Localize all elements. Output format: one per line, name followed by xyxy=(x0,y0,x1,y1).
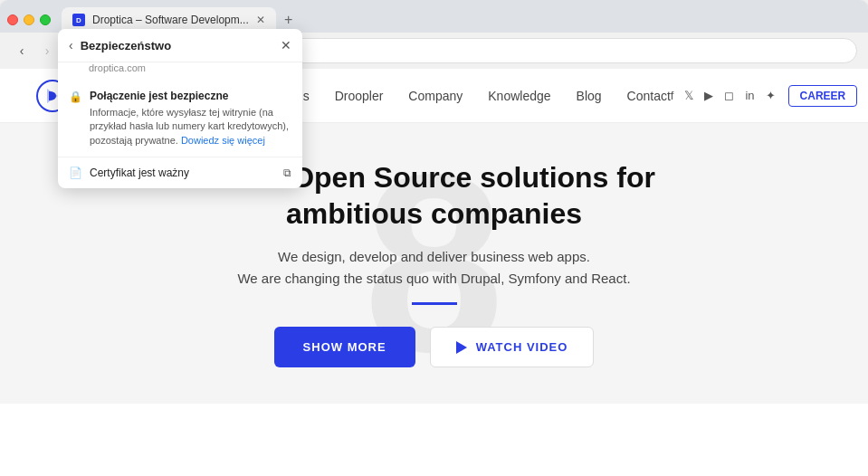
maximize-button[interactable] xyxy=(40,14,51,25)
play-icon xyxy=(456,341,467,354)
dribbble-icon[interactable]: ✦ xyxy=(766,89,776,102)
instagram-icon[interactable]: ◻ xyxy=(724,89,734,102)
nav-contact[interactable]: Contact xyxy=(627,89,671,103)
twitter-icon[interactable]: 𝕏 xyxy=(684,89,693,102)
traffic-lights xyxy=(7,14,51,25)
popup-cert-icon: 📄 xyxy=(69,167,82,179)
popup-url: droptica.com xyxy=(58,62,302,81)
popup-secure-section: 🔒 Połączenie jest bezpieczne Informacje,… xyxy=(58,81,302,157)
tab-favicon: D xyxy=(72,14,85,26)
nav-blog[interactable]: Blog xyxy=(577,89,602,103)
show-more-button[interactable]: SHOW MORE xyxy=(274,327,415,367)
nav-company[interactable]: Company xyxy=(408,89,463,103)
popup-secure-title: Połączenie jest bezpieczne xyxy=(90,90,291,102)
linkedin-icon[interactable]: in xyxy=(745,89,754,102)
popup-title: Bezpieczeństwo xyxy=(81,39,281,52)
facebook-icon[interactable]: f xyxy=(671,89,674,102)
popup-learn-more-link[interactable]: Dowiedz się więcej xyxy=(181,135,265,146)
social-icons: f 𝕏 ▶ ◻ in ✦ xyxy=(671,89,776,102)
minimize-button[interactable] xyxy=(24,14,34,25)
popup-back-button[interactable]: ‹ xyxy=(69,38,73,52)
popup-secure-desc: Informacje, które wysyłasz tej witrynie … xyxy=(90,106,291,148)
site-nav-right: f 𝕏 ▶ ◻ in ✦ CAREER EN ▾ xyxy=(671,85,868,107)
popup-header: ‹ Bezpieczeństwo ✕ xyxy=(58,29,302,62)
popup-close-button[interactable]: ✕ xyxy=(281,38,291,52)
popup-cert-row: 📄 Certyfikat jest ważny ⧉ xyxy=(58,157,302,188)
forward-button[interactable]: › xyxy=(36,40,58,62)
tab-close-button[interactable]: ✕ xyxy=(256,14,265,26)
hero-content: Solid Open Source solutions for ambitiou… xyxy=(163,159,706,367)
popup-cert-external-link[interactable]: ⧉ xyxy=(283,167,291,179)
popup-secure-row: 🔒 Połączenie jest bezpieczne Informacje,… xyxy=(69,90,291,148)
popup-cert-text: Certyfikat jest ważny xyxy=(90,167,276,179)
tab-title: Droptica – Software Developm... xyxy=(92,14,249,26)
nav-knowledge[interactable]: Knowledge xyxy=(488,89,550,103)
career-button[interactable]: CAREER xyxy=(788,85,858,107)
tab-bar: D Droptica – Software Developm... ✕ + xyxy=(0,0,868,33)
hero-subtitle: We design, develop and deliver business … xyxy=(163,246,706,290)
popup-lock-icon: 🔒 xyxy=(69,90,82,103)
hero-divider xyxy=(412,302,457,305)
close-button[interactable] xyxy=(7,14,18,25)
popup-secure-content: Połączenie jest bezpieczne Informacje, k… xyxy=(90,90,291,148)
youtube-icon[interactable]: ▶ xyxy=(704,89,713,102)
back-button[interactable]: ‹ xyxy=(11,40,33,62)
watch-video-button[interactable]: WATCH VIDEO xyxy=(430,327,595,367)
security-popup: ‹ Bezpieczeństwo ✕ droptica.com 🔒 Połącz… xyxy=(58,29,302,188)
nav-droopler[interactable]: Droopler xyxy=(335,89,384,103)
hero-buttons: SHOW MORE WATCH VIDEO xyxy=(163,327,706,367)
